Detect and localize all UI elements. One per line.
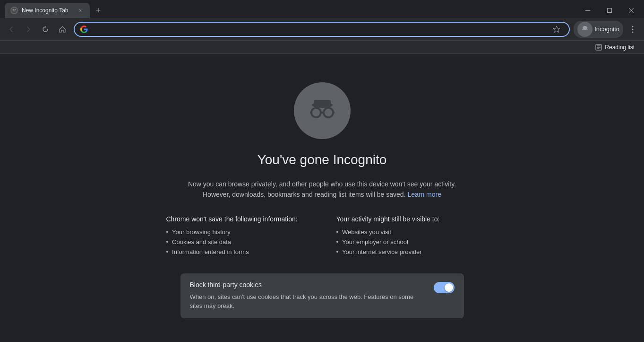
minimize-button[interactable] xyxy=(577,3,599,18)
cookies-text: Block third-party cookies When on, sites… xyxy=(190,281,426,311)
url-input[interactable] xyxy=(92,26,546,33)
svg-rect-3 xyxy=(585,10,590,11)
incognito-main-icon xyxy=(303,92,341,130)
refresh-button[interactable] xyxy=(38,22,53,37)
list-item: Information entered in forms xyxy=(166,248,308,255)
svg-point-10 xyxy=(632,26,634,27)
list-item: Your internet service provider xyxy=(336,248,478,255)
google-icon xyxy=(80,26,88,33)
svg-point-20 xyxy=(324,108,333,117)
reading-list-bar: Reading list xyxy=(0,41,644,54)
cookies-row: Block third-party cookies When on, sites… xyxy=(190,281,455,311)
activity-visible-list: Websites you visit Your employer or scho… xyxy=(336,228,478,255)
list-item: Your browsing history xyxy=(166,228,308,236)
chrome-wont-save-col: Chrome won't save the following informat… xyxy=(166,215,308,258)
reading-list-icon xyxy=(595,44,602,51)
cookies-title: Block third-party cookies xyxy=(190,281,426,289)
list-item: Websites you visit xyxy=(336,228,478,236)
main-description: Now you can browse privately, and other … xyxy=(180,179,464,200)
maximize-button[interactable] xyxy=(599,3,620,18)
toolbar: Incognito xyxy=(0,18,644,41)
chrome-wont-save-title: Chrome won't save the following informat… xyxy=(166,215,308,223)
svg-point-11 xyxy=(632,28,634,30)
reading-list-label: Reading list xyxy=(605,44,635,51)
list-item: Your employer or school xyxy=(336,238,478,246)
tab-strip: New Incognito Tab × + xyxy=(0,3,577,18)
home-button[interactable] xyxy=(55,22,70,37)
learn-more-link[interactable]: Learn more xyxy=(407,191,441,198)
cookies-box: Block third-party cookies When on, sites… xyxy=(180,273,464,318)
info-columns: Chrome won't save the following informat… xyxy=(157,215,488,258)
reading-list-button[interactable]: Reading list xyxy=(592,43,638,52)
main-title: You've gone Incognito xyxy=(258,152,387,167)
chrome-menu-button[interactable] xyxy=(625,22,640,37)
svg-rect-4 xyxy=(608,9,612,13)
address-bar[interactable] xyxy=(74,22,570,37)
svg-point-1 xyxy=(13,9,14,10)
tab-favicon xyxy=(10,7,18,14)
svg-point-12 xyxy=(632,31,634,33)
activity-visible-title: Your activity might still be visible to: xyxy=(336,215,478,223)
back-button[interactable] xyxy=(4,22,19,37)
svg-point-2 xyxy=(15,9,16,10)
svg-point-0 xyxy=(11,8,17,13)
active-tab[interactable]: New Incognito Tab × xyxy=(5,3,90,18)
svg-rect-9 xyxy=(586,29,588,30)
bookmark-button[interactable] xyxy=(550,23,563,36)
window-controls xyxy=(577,3,644,18)
list-item: Cookies and site data xyxy=(166,238,308,246)
forward-button[interactable] xyxy=(21,22,36,37)
toggle-knob xyxy=(445,283,453,292)
svg-rect-18 xyxy=(314,100,331,107)
titlebar: New Incognito Tab × + xyxy=(0,0,644,18)
close-button[interactable] xyxy=(620,3,642,18)
main-content: You've gone Incognito Now you can browse… xyxy=(0,54,644,342)
incognito-profile-label: Incognito xyxy=(594,26,619,33)
new-tab-button[interactable]: + xyxy=(92,4,105,17)
svg-point-19 xyxy=(311,108,321,117)
cookies-desc: When on, sites can't use cookies that tr… xyxy=(190,292,426,311)
cookies-toggle[interactable] xyxy=(434,282,455,293)
incognito-avatar xyxy=(577,22,592,37)
activity-visible-col: Your activity might still be visible to:… xyxy=(336,215,478,258)
incognito-main-avatar xyxy=(294,82,351,139)
svg-point-7 xyxy=(583,26,587,30)
tab-close-button[interactable]: × xyxy=(77,7,84,14)
svg-rect-8 xyxy=(582,29,584,30)
tab-title: New Incognito Tab xyxy=(22,7,73,14)
incognito-profile[interactable]: Incognito xyxy=(574,21,623,38)
chrome-wont-save-list: Your browsing history Cookies and site d… xyxy=(166,228,308,255)
